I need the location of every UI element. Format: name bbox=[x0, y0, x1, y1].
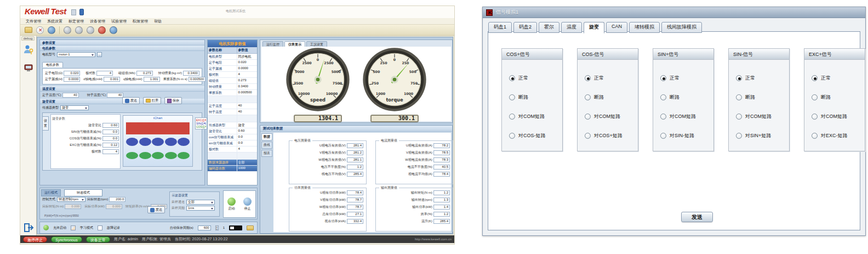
result-field-value[interactable]: 281.2 bbox=[347, 150, 363, 155]
exit-icon[interactable] bbox=[23, 222, 34, 233]
table-row[interactable]: 数据来源选择 全部 bbox=[208, 160, 257, 166]
result-field-value[interactable]: 78.4 bbox=[347, 190, 363, 195]
param-field-input[interactable]: 0.020 bbox=[64, 71, 80, 76]
table-row[interactable]: sin信号幅值衰减 0.0 bbox=[208, 140, 257, 146]
radio-option[interactable]: 断路 bbox=[578, 88, 638, 107]
result-field-value[interactable]: 285.4 bbox=[347, 172, 363, 177]
radio-option[interactable]: 对EXC-短路 bbox=[804, 126, 865, 145]
signal-tab[interactable]: 线间故障模拟 bbox=[661, 22, 702, 33]
target-speed-input[interactable]: 200.0 bbox=[109, 197, 125, 202]
table-row[interactable]: 摩擦系数 0.000500 bbox=[208, 90, 257, 96]
result-field-value[interactable]: 1.2 bbox=[433, 190, 450, 195]
radio-option[interactable]: 断路 bbox=[653, 88, 713, 107]
toggle-display[interactable] bbox=[229, 225, 242, 230]
send-waveform-button[interactable]: 发送 bbox=[122, 97, 140, 104]
dialog-titlebar[interactable]: 信号模拟1 bbox=[483, 7, 865, 18]
radio-option[interactable]: 断路 bbox=[804, 88, 865, 107]
learn-mode-checkbox[interactable] bbox=[71, 225, 76, 230]
menu-item[interactable]: 文件管理 bbox=[26, 19, 41, 24]
motor-param-group-tab[interactable]: 电机参数 bbox=[42, 62, 63, 67]
save-folder-icon[interactable] bbox=[247, 225, 254, 230]
result-field-value[interactable]: 281.4 bbox=[347, 143, 363, 148]
radio-option[interactable]: 正常 bbox=[502, 69, 562, 88]
radio-option[interactable]: 对COM短路 bbox=[804, 107, 865, 126]
result-field-value[interactable]: 78.2 bbox=[433, 143, 450, 148]
results-tab[interactable]: 曲线 bbox=[261, 142, 272, 149]
table-row[interactable] bbox=[208, 115, 257, 122]
menu-item[interactable]: 系统设置 bbox=[47, 19, 62, 24]
table-row[interactable]: 极对数 4 bbox=[208, 146, 257, 153]
menu-item[interactable]: 标定管理 bbox=[68, 19, 84, 24]
table-row[interactable]: 转子温度 40 bbox=[208, 109, 257, 115]
resolver-field-input[interactable]: 0.60 bbox=[102, 123, 119, 128]
table-row[interactable]: 编码器齿数 1000 bbox=[208, 166, 257, 172]
user-login-icon[interactable] bbox=[23, 44, 34, 55]
open-waveform-button[interactable]: 打开 bbox=[143, 97, 161, 104]
radio-option[interactable]: 正常 bbox=[653, 69, 713, 88]
radio-option[interactable]: 正常 bbox=[804, 69, 865, 88]
resolver-sub-tab[interactable]: 设置 bbox=[42, 116, 49, 131]
open-file-icon[interactable] bbox=[25, 27, 32, 33]
result-field-value[interactable]: 1.3 bbox=[433, 197, 450, 202]
resolver-field-input[interactable]: 0.0 bbox=[102, 129, 119, 134]
result-field-value[interactable]: 27.1 bbox=[347, 212, 363, 217]
resolver-field-input[interactable]: 0.0 bbox=[102, 136, 119, 141]
radio-option[interactable]: 对SIN+短路 bbox=[729, 126, 789, 145]
sidebar-tab[interactable]: debug bbox=[21, 36, 35, 41]
sensor-type-select[interactable]: 旋变 bbox=[60, 105, 89, 110]
result-field-value[interactable]: 40.5 bbox=[433, 165, 450, 170]
results-tab[interactable]: 数据 bbox=[261, 133, 272, 140]
settings-icon[interactable] bbox=[87, 26, 94, 34]
radio-option[interactable]: 正常 bbox=[729, 69, 789, 88]
signal-tab[interactable]: 堵转模拟 bbox=[629, 22, 660, 33]
results-tab[interactable]: 报表 bbox=[261, 150, 272, 157]
menu-item[interactable]: 设备管理 bbox=[90, 19, 105, 24]
control-mode-select[interactable]: 转速控制/rpm bbox=[57, 197, 85, 202]
signal-tab[interactable]: 码盘1 bbox=[488, 22, 512, 33]
result-field-value[interactable]: 332.4 bbox=[347, 219, 363, 224]
table-row[interactable]: 电机类型 同步电机 bbox=[208, 54, 257, 60]
menu-item[interactable]: 试验管理 bbox=[111, 19, 127, 24]
table-row[interactable] bbox=[208, 96, 257, 103]
run-send-button[interactable]: 发送 bbox=[147, 206, 165, 213]
table-row[interactable]: 定子温度 40 bbox=[208, 103, 257, 109]
radio-option[interactable]: 对COS+短路 bbox=[578, 126, 638, 145]
autosave-spinner[interactable]: ▲▼ bbox=[215, 225, 219, 230]
result-field-value[interactable]: 281.1 bbox=[347, 157, 363, 162]
result-field-value[interactable]: 1.4 bbox=[433, 205, 450, 210]
device-monitor-icon[interactable] bbox=[23, 63, 34, 74]
table-row[interactable]: cos信号幅值衰减 0.0 bbox=[208, 134, 257, 140]
table-row[interactable] bbox=[208, 153, 257, 160]
signal-tab[interactable]: 旋变 bbox=[584, 22, 604, 33]
table-row[interactable]: 定子漏感 0.0000 bbox=[208, 66, 257, 72]
result-field-value[interactable]: 78.5 bbox=[433, 150, 450, 155]
table-row[interactable]: 转动惯量 0.3400 bbox=[208, 84, 257, 90]
table-row[interactable]: 传感器类型 旋变 bbox=[208, 122, 257, 128]
gray-field-input[interactable]: 0.000 bbox=[65, 204, 81, 209]
autosave-input[interactable]: 600 bbox=[198, 225, 211, 230]
radio-option[interactable]: 正常 bbox=[578, 69, 638, 88]
radio-option[interactable]: 对COM短路 bbox=[653, 107, 713, 126]
param-field-input[interactable]: 4 bbox=[96, 71, 113, 76]
param-field-input[interactable]: 1.001 bbox=[144, 77, 160, 82]
param-field-input[interactable]: 0.3400 bbox=[183, 71, 199, 76]
stop-button[interactable]: 停止 bbox=[243, 197, 252, 211]
send-button[interactable]: 发送 bbox=[681, 212, 713, 222]
radio-option[interactable]: 对COM短路 bbox=[729, 107, 789, 126]
table-row[interactable]: 定子电阻 0.020 bbox=[208, 60, 257, 66]
table-row[interactable]: 旋变变比 0.60 bbox=[208, 128, 257, 134]
gray-field-input[interactable]: 0.000 bbox=[106, 204, 122, 209]
signal-tab[interactable]: 霍尔 bbox=[539, 22, 559, 33]
param-field-input[interactable]: 0.000500 bbox=[189, 77, 205, 82]
radio-option[interactable]: 对COS-短路 bbox=[502, 126, 562, 145]
radio-option[interactable]: 对SIN-短路 bbox=[653, 126, 713, 145]
signal-tab[interactable]: 温度 bbox=[561, 22, 582, 33]
info-icon[interactable] bbox=[110, 26, 117, 34]
result-field-value[interactable]: 78.3 bbox=[433, 157, 450, 162]
resolver-field-input[interactable]: 0.12 bbox=[102, 143, 119, 148]
scope-period-select[interactable]: 1ms bbox=[186, 206, 215, 211]
motor-model-select[interactable]: motor-1 bbox=[57, 52, 95, 57]
resolver-field-input[interactable]: 4 bbox=[102, 149, 119, 154]
radio-option[interactable]: 对COM短路 bbox=[502, 107, 562, 126]
menu-item[interactable]: 权限管理 bbox=[133, 19, 148, 24]
